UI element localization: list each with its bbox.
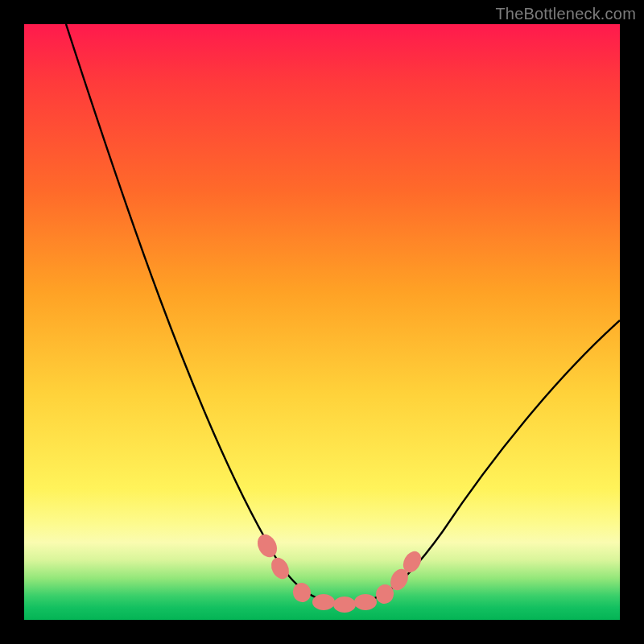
highlight-markers	[254, 531, 424, 613]
chart-frame: TheBottleneck.com	[0, 0, 644, 644]
svg-point-5	[354, 594, 377, 610]
bottleneck-curve	[66, 24, 620, 604]
curve-layer	[24, 24, 620, 620]
svg-point-3	[312, 594, 335, 610]
svg-point-0	[254, 531, 281, 561]
watermark-text: TheBottleneck.com	[495, 5, 636, 23]
plot-area	[24, 24, 620, 620]
svg-point-4	[333, 597, 356, 613]
svg-point-2	[291, 580, 313, 605]
svg-point-1	[268, 555, 293, 582]
